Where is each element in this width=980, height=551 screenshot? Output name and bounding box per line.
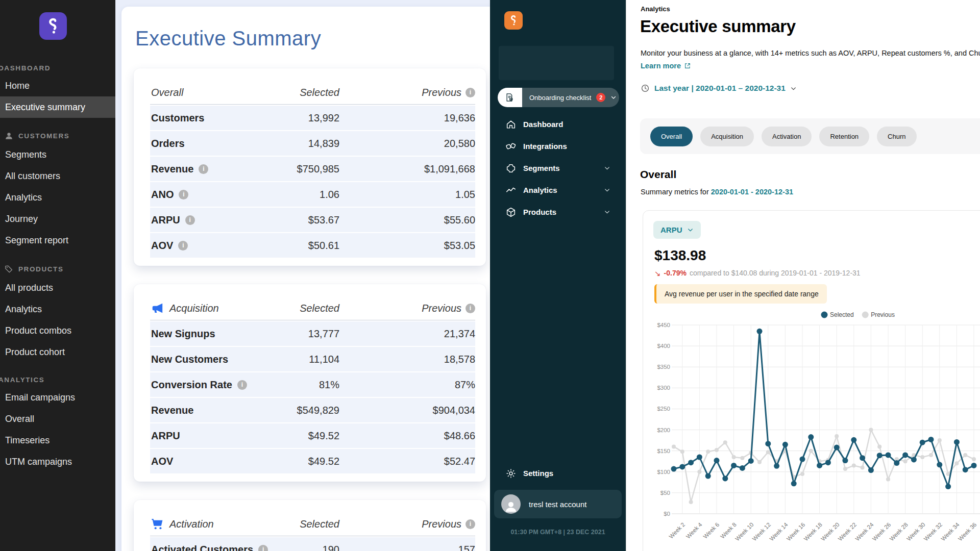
metric-label: ANO	[151, 189, 174, 201]
sidebar-item-product-cohort[interactable]: Product cohort	[0, 341, 115, 363]
series-previous-point	[963, 453, 967, 457]
account-button[interactable]: tresl test account	[494, 490, 622, 518]
series-selected-point	[705, 473, 711, 479]
tab-overall[interactable]: Overall	[650, 127, 693, 146]
tab-acquisition[interactable]: Acquisition	[700, 127, 754, 146]
home-icon	[505, 119, 517, 130]
tresl-logo-purple[interactable]	[39, 12, 67, 40]
series-previous-point	[680, 449, 684, 454]
summary-prefix: Summary metrics for	[641, 188, 709, 196]
series-selected-point	[679, 464, 685, 469]
sidebar-item-label: Settings	[523, 469, 553, 478]
sidebar-item-segments[interactable]: Segments	[490, 157, 626, 179]
metric-value: $138.98	[654, 247, 980, 264]
svg-text:Week 4: Week 4	[685, 521, 703, 540]
series-selected-point	[902, 452, 908, 458]
series-previous-point	[886, 478, 890, 482]
column-selected: Selected	[265, 303, 339, 314]
info-icon[interactable]: i	[185, 215, 195, 225]
sidebar-item-products[interactable]: Products	[490, 201, 626, 223]
series-previous-point	[723, 440, 727, 444]
sidebar-item-settings[interactable]: Settings	[490, 462, 626, 484]
sidebar-item-analytics[interactable]: Analytics	[490, 179, 626, 201]
sidebar-item-segment-report[interactable]: Segment report	[0, 230, 115, 251]
metric-previous-value: $904,034	[339, 405, 475, 416]
info-icon[interactable]: i	[465, 88, 475, 97]
sidebar-item-email-campaigns[interactable]: Email campaigns	[0, 387, 115, 408]
summary-title: Executive Summary	[135, 27, 490, 50]
sidebar-item-segments[interactable]: Segments	[0, 144, 115, 165]
table-header: OverallSelectedPreviousi	[150, 81, 475, 105]
trend-down-icon: ↘	[654, 269, 661, 277]
info-icon[interactable]: i	[465, 304, 475, 313]
info-icon[interactable]: i	[179, 190, 188, 199]
sidebar-item-overall[interactable]: Overall	[0, 408, 115, 430]
table-row: ANOi1.061.05	[150, 181, 475, 207]
sidebar-item-timeseries[interactable]: Timeseries	[0, 430, 115, 451]
svg-text:Week 6: Week 6	[702, 521, 721, 540]
sidebar-item-utm-campaigns[interactable]: UTM campaigns	[0, 451, 115, 472]
tresl-logo-orange[interactable]	[504, 11, 523, 30]
series-previous-point	[672, 444, 676, 448]
chevron-down-icon[interactable]	[610, 94, 617, 101]
metric-selected-value: 14,839	[265, 138, 339, 149]
series-previous-point	[809, 449, 813, 453]
series-selected-point	[782, 442, 788, 447]
tab-activation[interactable]: Activation	[762, 127, 812, 146]
onboarding-checklist-button[interactable]: Onboarding checklist 2	[498, 88, 619, 107]
table-header: AcquisitionSelectedPreviousi	[150, 296, 475, 320]
metric-previous-value: 1.05	[339, 189, 475, 201]
table-row: Conversion Ratei81%87%	[150, 371, 475, 397]
series-previous-point	[972, 457, 976, 461]
series-selected-point	[800, 457, 805, 462]
sidebar-item-product-combos[interactable]: Product combos	[0, 320, 115, 341]
sidebar-section-label: DASHBOARD	[0, 64, 115, 72]
onboarding-badge: 2	[596, 93, 605, 102]
sidebar-item-analytics[interactable]: Analytics	[0, 298, 115, 320]
table-row: Customers13,99219,636	[150, 105, 475, 130]
sidebar-section-customers: CUSTOMERSSegmentsAll customersAnalyticsJ…	[0, 131, 115, 251]
sidebar-item-analytics[interactable]: Analytics	[0, 187, 115, 208]
metric-selected-value: $549,829	[265, 405, 339, 416]
series-selected-point	[808, 434, 814, 440]
metric-previous-value: 19,636	[339, 112, 475, 124]
sidebar-item-all-products[interactable]: All products	[0, 277, 115, 298]
date-range-picker[interactable]: Last year | 2020-01-01 – 2020-12-31	[641, 84, 797, 93]
series-selected-point	[671, 466, 677, 472]
sidebar-section-dashboard: DASHBOARDHomeExecutive summary	[0, 64, 115, 118]
person-icon	[4, 131, 14, 141]
info-icon[interactable]: i	[465, 519, 475, 529]
page-title: Executive summary	[640, 17, 796, 36]
info-icon[interactable]: i	[178, 241, 188, 251]
section-title: Overall	[640, 168, 676, 181]
metric-selector[interactable]: ARPU	[653, 221, 701, 239]
info-icon[interactable]: i	[237, 380, 247, 390]
series-selected-point	[714, 458, 720, 463]
metric-tooltip: Avg revenue per user in the specified da…	[654, 284, 827, 304]
checklist-icon	[498, 88, 522, 107]
sidebar-item-all-customers[interactable]: All customers	[0, 165, 115, 187]
sidebar-item-home[interactable]: Home	[0, 75, 115, 96]
column-previous: Previousi	[339, 87, 475, 98]
metric-label: Orders	[151, 138, 185, 149]
section-label-text: PRODUCTS	[18, 265, 64, 273]
section-summary: Summary metrics for 2020-01-01 - 2020-12…	[641, 188, 793, 196]
sidebar-item-label: Analytics	[523, 186, 557, 194]
metric-selected-value: $49.52	[265, 430, 339, 442]
sidebar-item-integrations[interactable]: Integrations	[490, 135, 626, 157]
sidebar-item-dashboard[interactable]: Dashboard	[490, 113, 626, 135]
sidebar-item-executive-summary[interactable]: Executive summary	[0, 96, 115, 118]
sidebar-item-journey[interactable]: Journey	[0, 208, 115, 230]
series-selected-point	[911, 457, 917, 462]
series-previous-point	[861, 466, 865, 470]
metric-selected-value: 190	[265, 544, 339, 551]
segments-icon	[505, 163, 517, 174]
table-row: ARPUi$53.67$55.60	[150, 207, 475, 232]
tab-churn[interactable]: Churn	[877, 127, 916, 146]
page-description: Monitor your business at a glance, with …	[641, 49, 980, 57]
summary-dates: 2020-01-01 - 2020-12-31	[711, 188, 793, 196]
sidebar-section-analytics: ANALYTICSEmail campaignsOverallTimeserie…	[0, 376, 115, 472]
tab-retention[interactable]: Retention	[819, 127, 869, 146]
learn-more-link[interactable]: Learn more	[641, 62, 691, 70]
info-icon[interactable]: i	[199, 164, 208, 174]
